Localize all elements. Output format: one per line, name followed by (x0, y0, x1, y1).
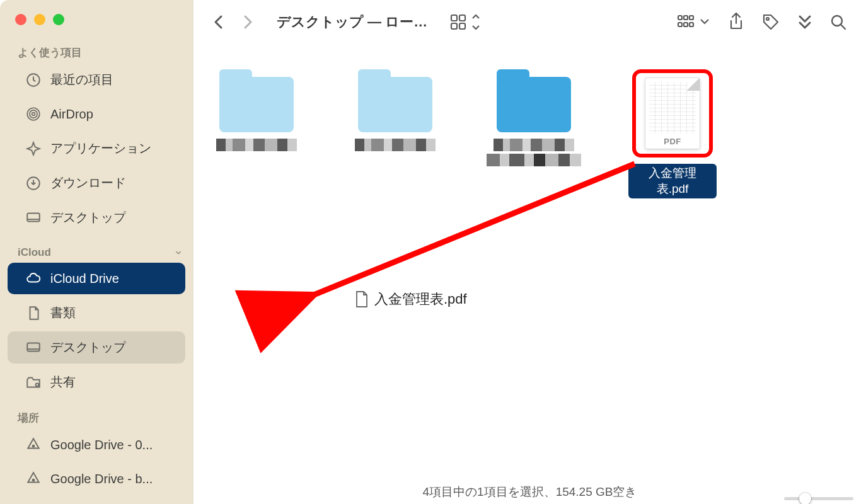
folder-item[interactable] (351, 69, 439, 151)
locations-header-label: 場所 (18, 411, 39, 425)
sidebar-item-label: iCloud Drive (50, 272, 119, 286)
group-by-button[interactable] (677, 13, 711, 32)
svg-rect-19 (690, 23, 693, 26)
folder-icon (358, 77, 432, 132)
drag-ghost-filename: 入金管理表.pdf (374, 290, 467, 309)
folder-item[interactable] (212, 69, 301, 151)
favorites-header-label: よく使う項目 (18, 45, 82, 60)
redacted-label (487, 154, 581, 166)
redacted-label (216, 139, 297, 151)
annotation-highlight-box: PDF (632, 69, 713, 158)
sidebar-item-label: アプリケーション (50, 140, 151, 157)
sidebar-item-downloads[interactable]: ダウンロード (8, 167, 185, 199)
svg-point-20 (766, 18, 769, 20)
locations-section-header[interactable]: 場所 (0, 399, 193, 428)
apps-icon (25, 140, 42, 157)
sidebar-item-recents[interactable]: 最近の項目 (8, 64, 185, 96)
desktop-icon (25, 340, 42, 356)
main-content-area: デスクトップ — ロー… (193, 0, 866, 504)
clock-icon (25, 72, 42, 88)
svg-rect-6 (27, 343, 40, 351)
icon-size-slider[interactable] (784, 497, 853, 500)
tags-button[interactable] (761, 13, 780, 32)
search-button[interactable] (829, 13, 847, 31)
icloud-header-label: iCloud (18, 246, 51, 259)
svg-rect-11 (459, 15, 465, 21)
sidebar-item-documents[interactable]: 書類 (8, 297, 185, 329)
sidebar-item-label: デスクトップ (50, 339, 126, 356)
sidebar-item-label: Google Drive - b... (50, 472, 153, 486)
sidebar-item-google-drive-2[interactable]: Google Drive - b... (8, 463, 185, 495)
minimize-window-button[interactable] (34, 14, 45, 25)
maximize-window-button[interactable] (53, 14, 64, 25)
pdf-icon: PDF (645, 78, 700, 149)
sidebar-item-label: デスクトップ (50, 209, 126, 226)
back-button[interactable] (212, 13, 225, 31)
svg-rect-17 (678, 23, 682, 26)
sidebar-item-label: 書類 (50, 304, 76, 321)
svg-point-2 (30, 110, 37, 118)
svg-rect-15 (684, 16, 688, 20)
sidebar-item-label: 最近の項目 (50, 71, 113, 88)
pdf-file-item[interactable]: PDF 入金管理表.pdf (628, 69, 717, 198)
svg-rect-14 (678, 16, 682, 20)
sidebar-item-desktop-icloud[interactable]: デスクトップ (8, 331, 185, 364)
file-name-label[interactable]: 入金管理表.pdf (628, 164, 717, 198)
cloud-icon (25, 270, 42, 287)
chevron-down-icon (174, 248, 183, 257)
document-icon (25, 305, 42, 321)
redacted-label (494, 139, 574, 151)
folder-icon (497, 77, 571, 132)
sidebar-item-label: ダウンロード (50, 175, 126, 192)
sidebar: よく使う項目 最近の項目 AirDrop アプリケーション ダウンロード デスク… (0, 0, 193, 504)
shared-folder-icon (25, 374, 42, 391)
sidebar-item-shared[interactable]: 共有 (8, 366, 185, 398)
window-title: デスクトップ — ロー… (277, 13, 427, 32)
svg-rect-13 (459, 23, 465, 29)
sidebar-item-google-drive-1[interactable]: Google Drive - 0... (8, 429, 185, 461)
status-text: 4項目中の1項目を選択、154.25 GB空き (423, 484, 637, 500)
download-icon (25, 175, 42, 192)
desktop-icon (25, 210, 42, 226)
sidebar-item-applications[interactable]: アプリケーション (8, 132, 185, 164)
svg-point-8 (33, 445, 35, 447)
finder-window: よく使う項目 最近の項目 AirDrop アプリケーション ダウンロード デスク… (0, 0, 866, 504)
redacted-label (355, 139, 436, 151)
favorites-section-header[interactable]: よく使う項目 (0, 34, 193, 62)
close-window-button[interactable] (15, 14, 26, 25)
svg-rect-12 (451, 23, 457, 29)
file-grid[interactable]: PDF 入金管理表.pdf (193, 44, 866, 504)
icloud-section-header[interactable]: iCloud (0, 235, 193, 261)
folder-item[interactable] (490, 69, 578, 166)
document-icon (354, 290, 369, 308)
share-button[interactable] (727, 12, 745, 32)
overflow-button[interactable] (797, 14, 813, 30)
sidebar-item-airdrop[interactable]: AirDrop (8, 98, 185, 130)
airdrop-icon (25, 106, 42, 122)
external-drive-icon (25, 471, 42, 487)
svg-rect-16 (690, 16, 693, 20)
window-controls (0, 8, 193, 34)
sidebar-item-label: 共有 (50, 374, 76, 391)
external-drive-icon (25, 437, 42, 453)
svg-rect-5 (27, 213, 40, 221)
toolbar: デスクトップ — ロー… (193, 0, 866, 44)
svg-rect-18 (684, 23, 688, 26)
svg-point-7 (36, 383, 39, 386)
drag-ghost: 入金管理表.pdf (354, 290, 467, 309)
sidebar-item-desktop-local[interactable]: デスクトップ (8, 202, 185, 234)
view-mode-button[interactable] (450, 13, 482, 32)
sidebar-item-label: Google Drive - 0... (50, 438, 153, 452)
status-bar: 4項目中の1項目を選択、154.25 GB空き (193, 484, 866, 500)
forward-button[interactable] (241, 13, 254, 31)
sidebar-item-icloud-drive[interactable]: iCloud Drive (8, 263, 185, 294)
svg-rect-10 (451, 15, 457, 21)
svg-point-1 (32, 113, 35, 116)
folder-icon (219, 77, 294, 132)
pdf-badge-label: PDF (661, 137, 684, 146)
svg-point-9 (33, 479, 35, 481)
sidebar-item-label: AirDrop (50, 107, 93, 122)
